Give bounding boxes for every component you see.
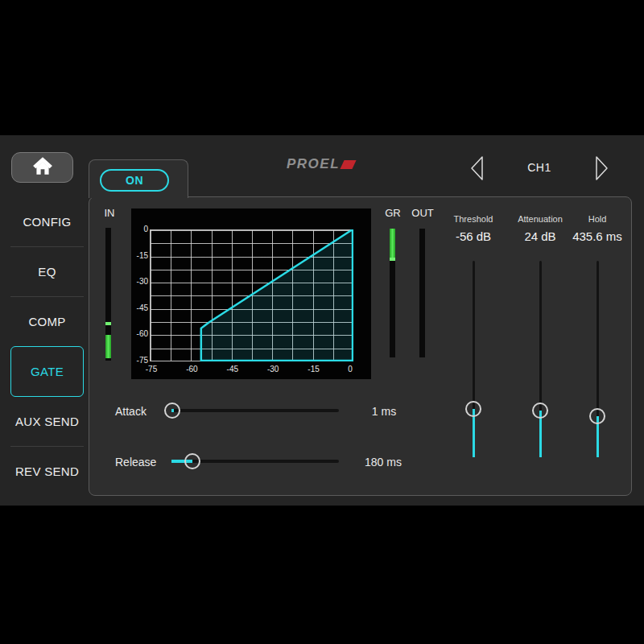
x-tick: -60 [178,365,205,374]
app-window: PROEL CH1 CONFIG EQ COMP GATE AUX SEND R… [0,135,644,506]
chevron-left-icon [469,155,486,182]
gr-meter-level [390,229,395,259]
out-meter-label: OUT [411,207,435,219]
y-tick: -60 [132,329,148,338]
x-tick: -75 [138,365,165,374]
gr-meter-label: GR [381,207,405,219]
next-channel-button[interactable] [592,155,610,182]
attack-slider[interactable] [171,409,339,412]
release-label: Release [115,456,156,469]
gate-panel: IN 0 -15 -30 -45 -60 -75 -75 -60 -45 [89,196,632,496]
y-tick: -45 [132,303,148,312]
x-tick: -30 [259,365,287,374]
y-tick: -75 [132,356,148,365]
y-tick: -30 [132,277,148,286]
attack-label: Attack [115,405,147,418]
gate-on-tab: ON [89,159,188,198]
gr-meter [390,229,395,357]
threshold-label: Threshold [435,214,512,224]
hold-column: Hold 435.6 ms [559,214,636,243]
in-meter-level [105,335,111,358]
hold-label: Hold [559,214,636,224]
in-meter-peak-tick [105,322,111,325]
sidebar-item-rev-send[interactable]: REV SEND [10,447,84,496]
gr-meter-peak-tick [390,258,395,261]
home-icon [32,156,53,179]
threshold-column: Threshold -56 dB [435,214,512,243]
sidebar: CONFIG EQ COMP GATE AUX SEND REV SEND [10,197,84,496]
brand-red-flag-icon [340,160,356,169]
threshold-slider[interactable] [473,261,475,457]
release-slider-thumb[interactable] [184,453,200,469]
sidebar-item-eq[interactable]: EQ [10,247,84,297]
brand-logo: PROEL [282,156,359,172]
in-meter-label: IN [97,207,122,219]
threshold-value: -56 dB [435,229,512,243]
prev-channel-button[interactable] [469,155,486,182]
y-tick: 0 [132,225,148,233]
gate-on-toggle[interactable]: ON [100,169,169,192]
channel-name: CH1 [515,161,564,174]
home-button[interactable] [11,152,73,183]
out-meter [419,229,425,357]
hold-value: 435.6 ms [559,229,636,243]
x-tick: -45 [219,365,246,374]
in-meter [105,228,111,361]
attenuation-slider[interactable] [539,261,542,457]
attack-value: 1 ms [360,405,408,418]
release-value: 180 ms [359,456,407,469]
sidebar-item-gate[interactable]: GATE [10,346,84,397]
x-tick: -15 [300,365,328,374]
sidebar-item-comp[interactable]: COMP [10,297,84,346]
attack-slider-thumb[interactable] [164,402,180,419]
hold-slider[interactable] [597,261,599,457]
attenuation-slider-thumb[interactable] [532,402,548,419]
brand-text: PROEL [287,156,340,172]
threshold-slider-thumb[interactable] [465,401,481,417]
sidebar-item-config[interactable]: CONFIG [10,197,84,247]
hold-slider-thumb[interactable] [589,408,605,424]
gate-transfer-graph: 0 -15 -30 -45 -60 -75 -75 -60 -45 -30 -1… [131,208,371,379]
y-tick: -15 [132,251,148,260]
screen: PROEL CH1 CONFIG EQ COMP GATE AUX SEND R… [0,0,644,644]
x-tick: 0 [336,365,364,374]
sidebar-item-aux-send[interactable]: AUX SEND [10,397,84,447]
chevron-right-icon [592,155,610,182]
gate-curve [150,229,353,361]
